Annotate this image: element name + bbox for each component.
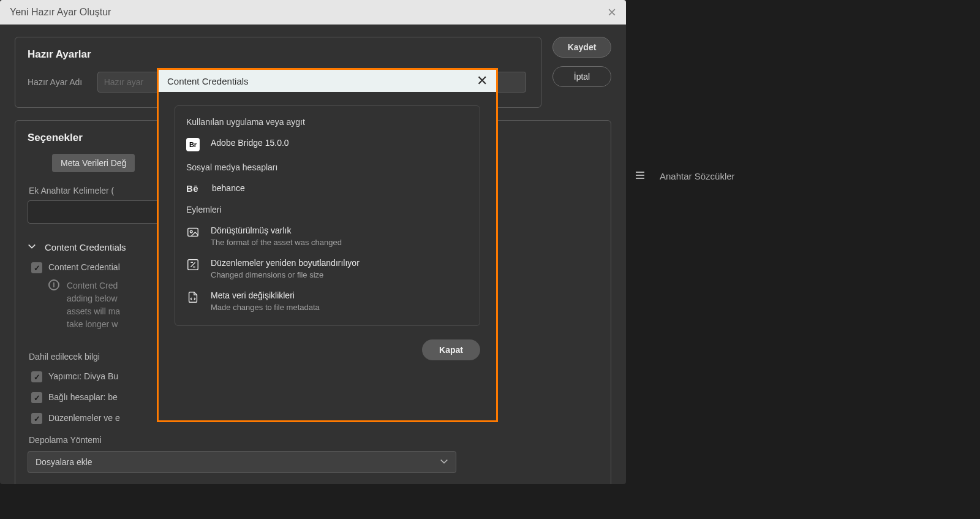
action-convert-row: Dönüştürülmüş varlık The format of the a… (186, 225, 469, 247)
chevron-down-icon (28, 242, 36, 252)
linked-accounts-label: Bağlı hesaplar: be (48, 392, 118, 402)
action-title: Meta veri değişiklikleri (211, 290, 320, 300)
social-label: Sosyal medya hesapları (186, 162, 469, 172)
presets-legend: Hazır Ayarlar (28, 48, 529, 61)
resize-icon (186, 258, 200, 271)
behance-row: Bē behance (186, 183, 469, 194)
behance-name: behance (212, 183, 245, 193)
storage-value: Dosyalara ekle (36, 457, 92, 467)
dialog-buttons: Kaydet İptal (552, 37, 611, 87)
cancel-button[interactable]: İptal (552, 66, 611, 87)
metadata-chip[interactable]: Meta Verileri Değ (52, 154, 135, 172)
preset-name-label: Hazır Ayar Adı (28, 77, 82, 87)
used-app-name: Adobe Bridge 15.0.0 (211, 138, 289, 148)
checkbox-icon: ✓ (31, 392, 42, 403)
save-button[interactable]: Kaydet (552, 37, 611, 58)
modal-body: Kullanılan uygulama veya aygıt Br Adobe … (159, 92, 496, 374)
close-icon[interactable]: × (608, 5, 616, 20)
action-title: Düzenlemeler yeniden boyutlandırılıyor (211, 258, 360, 268)
close-icon[interactable]: ✕ (477, 74, 488, 88)
close-button[interactable]: Kapat (422, 339, 480, 360)
menu-icon[interactable] (635, 170, 645, 182)
storage-select[interactable]: Dosyalara ekle (28, 451, 456, 473)
file-code-icon (186, 290, 200, 304)
cc-apply-label: Content Credential (48, 262, 120, 272)
svg-point-1 (190, 230, 192, 233)
storage-label: Depolama Yöntemi (28, 435, 598, 445)
modal-titlebar: Content Credentials ✕ (159, 70, 496, 92)
behance-icon: Bē (186, 183, 201, 194)
checkbox-icon: ✓ (31, 262, 42, 273)
modal-title: Content Credentials (167, 76, 249, 86)
producer-label: Yapımcı: Divya Bu (48, 371, 118, 381)
info-icon: i (48, 279, 59, 290)
checkbox-icon: ✓ (31, 371, 42, 382)
edits-label: Düzenlemeler ve e (48, 413, 120, 423)
dialog-title: Yeni Hazır Ayar Oluştur (10, 7, 111, 18)
used-app-row: Br Adobe Bridge 15.0.0 (186, 138, 469, 151)
actions-label: Eylemleri (186, 205, 469, 214)
chevron-down-icon (440, 457, 448, 468)
action-desc: Changed dimensions or file size (211, 270, 360, 279)
dialog-titlebar: Yeni Hazır Ayar Oluştur × (0, 0, 626, 25)
action-resize-row: Düzenlemeler yeniden boyutlandırılıyor C… (186, 258, 469, 279)
keywords-title: Anahtar Sözcükler (660, 171, 735, 181)
image-icon (186, 225, 200, 239)
cc-heading: Content Credentials (45, 242, 126, 252)
content-credentials-modal: Content Credentials ✕ Kullanılan uygulam… (157, 68, 498, 422)
action-title: Dönüştürülmüş varlık (211, 225, 342, 235)
action-desc: Made changes to file metadata (211, 303, 320, 312)
used-app-label: Kullanılan uygulama veya aygıt (186, 117, 469, 127)
action-metadata-row: Meta veri değişiklikleri Made changes to… (186, 290, 469, 312)
cc-info-text: Content Cred adding below assets will ma… (67, 279, 120, 331)
keywords-panel-header: Anahtar Sözcükler (628, 170, 735, 182)
modal-actions: Kapat (175, 339, 480, 360)
modal-card: Kullanılan uygulama veya aygıt Br Adobe … (175, 105, 480, 326)
bridge-icon: Br (186, 138, 200, 151)
action-desc: The format of the asset was changed (211, 238, 342, 247)
checkbox-icon: ✓ (31, 413, 42, 424)
